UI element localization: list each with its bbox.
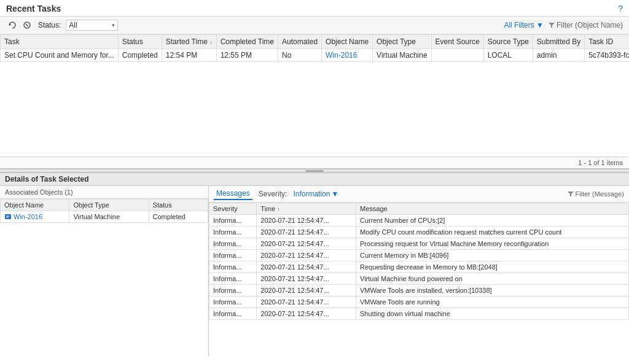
msg-message: Shutting down virtual machine xyxy=(356,308,629,320)
task-object-type-cell: Virtual Machine xyxy=(373,49,432,62)
task-status-cell: Completed xyxy=(118,49,162,62)
msg-time: 2020-07-21 12:54:47... xyxy=(257,227,356,238)
toolbar-right: All Filters ▼ Filter (Object Name) xyxy=(504,21,623,29)
msg-col-severity[interactable]: Severity xyxy=(209,203,257,215)
severity-label: Severity: xyxy=(259,190,287,198)
assoc-status: Completed xyxy=(149,211,208,223)
msg-time: 2020-07-21 12:54:47... xyxy=(257,250,356,261)
col-object-type[interactable]: Object Type xyxy=(373,35,432,49)
status-label: Status: xyxy=(38,21,61,29)
task-automated-cell: No xyxy=(278,49,322,62)
col-status[interactable]: Status xyxy=(118,35,162,49)
msg-time: 2020-07-21 12:54:47... xyxy=(257,296,356,308)
assoc-col-object-name[interactable]: Object Name xyxy=(1,199,69,211)
task-source-type-cell: LOCAL xyxy=(483,49,533,62)
msg-severity: Informa... xyxy=(209,296,257,308)
details-panel: Details of Task Selected Associated Obje… xyxy=(0,172,629,357)
filter-icon xyxy=(549,22,555,28)
col-event-source[interactable]: Event Source xyxy=(431,35,483,49)
messages-toolbar: Messages Severity: Information ▼ Filter … xyxy=(209,186,629,203)
message-row: Informa... 2020-07-21 12:54:47... Virtua… xyxy=(209,273,629,285)
msg-time: 2020-07-21 12:54:47... xyxy=(257,261,356,273)
message-row: Informa... 2020-07-21 12:54:47... Modify… xyxy=(209,227,629,238)
task-started-cell: 12:54 PM xyxy=(162,49,216,62)
msg-time: 2020-07-21 12:54:47... xyxy=(257,273,356,285)
col-task-id[interactable]: Task ID xyxy=(585,35,629,49)
assoc-object-name[interactable]: Win-2016 xyxy=(1,211,69,223)
msg-message: VMWare Tools are installed, version:[103… xyxy=(356,285,629,296)
stop-icon[interactable] xyxy=(21,19,33,31)
assoc-row[interactable]: Win-2016 Virtual Machine Completed xyxy=(1,211,208,223)
msg-severity: Informa... xyxy=(209,308,257,320)
msg-col-message[interactable]: Message xyxy=(356,203,629,215)
col-automated[interactable]: Automated xyxy=(278,35,322,49)
page-title: Recent Tasks xyxy=(6,4,61,14)
msg-message: Virtual Machine found powered on xyxy=(356,273,629,285)
status-select-wrapper[interactable]: All Completed Running Failed Queued xyxy=(66,20,118,31)
table-row[interactable]: Set CPU Count and Memory for... Complete… xyxy=(1,49,630,62)
task-id-cell: 5c74b393-fc7... xyxy=(585,49,629,62)
msg-message: Current Number of CPUs:[2] xyxy=(356,215,629,227)
msg-message: VMWare Tools are running xyxy=(356,296,629,308)
msg-message: Current Memory in MB:[4096] xyxy=(356,250,629,261)
message-row: Informa... 2020-07-21 12:54:47... VMWare… xyxy=(209,285,629,296)
all-filters-button[interactable]: All Filters ▼ xyxy=(504,21,544,29)
svg-rect-4 xyxy=(5,214,11,219)
severity-dropdown[interactable]: Information ▼ xyxy=(293,190,338,198)
task-event-source-cell xyxy=(431,49,483,62)
msg-col-time[interactable]: Time ↑ xyxy=(257,203,356,215)
task-submitted-by-cell: admin xyxy=(533,49,584,62)
pagination-text: 1 - 1 of 1 items xyxy=(578,159,623,166)
svg-marker-7 xyxy=(568,192,574,196)
refresh-icon[interactable] xyxy=(6,19,18,31)
toolbar: Status: All Completed Running Failed Que… xyxy=(0,17,629,34)
msg-severity: Informa... xyxy=(209,285,257,296)
col-source-type[interactable]: Source Type xyxy=(483,35,533,49)
tasks-table: Task Status Started Time ↓ Completed Tim… xyxy=(0,34,629,62)
resize-handle xyxy=(305,170,324,172)
task-object-name-cell[interactable]: Win-2016 xyxy=(322,49,373,62)
filter-message-button[interactable]: Filter (Message) xyxy=(568,190,624,198)
msg-severity: Informa... xyxy=(209,227,257,238)
msg-message: Requesting decrease in Memory to MB:[204… xyxy=(356,261,629,273)
assoc-col-object-type[interactable]: Object Type xyxy=(69,199,149,211)
msg-severity: Informa... xyxy=(209,238,257,250)
messages-tab[interactable]: Messages xyxy=(214,188,252,200)
assoc-tbody: Win-2016 Virtual Machine Completed xyxy=(1,211,208,223)
pagination-bar: 1 - 1 of 1 items xyxy=(0,157,629,169)
msg-time: 2020-07-21 12:54:47... xyxy=(257,285,356,296)
assoc-col-status[interactable]: Status xyxy=(149,199,208,211)
filter-object-button[interactable]: Filter (Object Name) xyxy=(549,21,623,29)
message-row: Informa... 2020-07-21 12:54:47... Proces… xyxy=(209,238,629,250)
msg-time: 2020-07-21 12:54:47... xyxy=(257,308,356,320)
help-icon[interactable]: ? xyxy=(618,4,623,14)
messages-table-container: Severity Time ↑ Message Informa... 2020-… xyxy=(209,203,629,356)
message-row: Informa... 2020-07-21 12:54:47... Shutti… xyxy=(209,308,629,320)
table-header-row: Task Status Started Time ↓ Completed Tim… xyxy=(1,35,630,49)
msg-severity: Informa... xyxy=(209,250,257,261)
col-task[interactable]: Task xyxy=(1,35,119,49)
msg-time: 2020-07-21 12:54:47... xyxy=(257,238,356,250)
msg-message: Modify CPU count modification request ma… xyxy=(356,227,629,238)
messages-table: Severity Time ↑ Message Informa... 2020-… xyxy=(209,203,629,320)
msg-message: Processing request for Virtual Machine M… xyxy=(356,238,629,250)
col-started-time[interactable]: Started Time ↓ xyxy=(162,35,216,49)
main-table-area: Task Status Started Time ↓ Completed Tim… xyxy=(0,34,629,157)
col-object-name[interactable]: Object Name xyxy=(322,35,373,49)
message-row: Informa... 2020-07-21 12:54:47... Curren… xyxy=(209,250,629,261)
message-row: Informa... 2020-07-21 12:54:47... VMWare… xyxy=(209,296,629,308)
task-completed-cell: 12:55 PM xyxy=(216,49,278,62)
tasks-tbody: Set CPU Count and Memory for... Complete… xyxy=(1,49,630,62)
svg-line-2 xyxy=(26,24,28,26)
assoc-header: Associated Objects (1) xyxy=(0,186,208,199)
col-submitted-by[interactable]: Submitted By xyxy=(533,35,584,49)
associated-objects-panel: Associated Objects (1) Object Name Objec… xyxy=(0,186,209,356)
msg-severity: Informa... xyxy=(209,215,257,227)
status-select[interactable]: All Completed Running Failed Queued xyxy=(66,20,118,31)
message-row: Informa... 2020-07-21 12:54:47... Curren… xyxy=(209,215,629,227)
messages-tbody: Informa... 2020-07-21 12:54:47... Curren… xyxy=(209,215,629,320)
col-completed-time[interactable]: Completed Time xyxy=(216,35,278,49)
page-header: Recent Tasks ? xyxy=(0,0,629,17)
msg-time: 2020-07-21 12:54:47... xyxy=(257,215,356,227)
svg-marker-0 xyxy=(9,23,12,26)
